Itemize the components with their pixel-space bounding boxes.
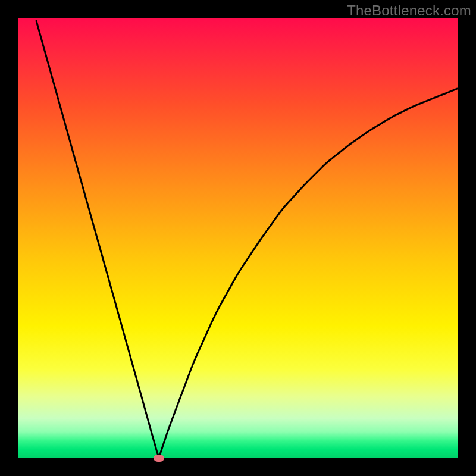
chart-plot-area — [18, 18, 458, 458]
optimum-marker — [154, 455, 164, 462]
watermark-text: TheBottleneck.com — [347, 2, 471, 19]
bottleneck-curve — [18, 18, 458, 458]
